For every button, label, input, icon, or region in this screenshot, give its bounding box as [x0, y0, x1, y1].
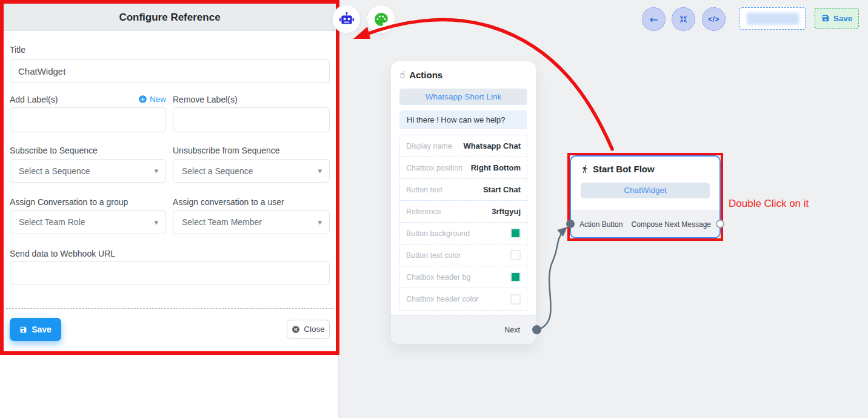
- property-value: Start Chat: [483, 185, 521, 194]
- walking-person-icon: [581, 164, 589, 174]
- redacted-text: [747, 13, 799, 25]
- unsubscribe-select-value: Select a Sequence: [182, 166, 253, 176]
- caret-down-icon: ▾: [154, 166, 158, 175]
- property-label: Reference: [406, 207, 441, 216]
- configure-reference-panel: Configure Reference Title Add Label(s) N…: [0, 0, 339, 418]
- color-swatch: [510, 228, 521, 238]
- hand-pointer-icon: ☝: [399, 69, 405, 80]
- property-label: Display name: [406, 142, 452, 150]
- whatsapp-short-link-button[interactable]: Whatsapp Short Link: [399, 89, 527, 105]
- actions-node-title: Actions: [409, 70, 442, 80]
- double-click-annotation: Double Click on it: [729, 198, 809, 210]
- floppy-save-icon: [821, 14, 830, 22]
- property-value: Whatsapp Chat: [463, 141, 521, 150]
- caret-down-icon: ▾: [318, 166, 322, 175]
- close-button-label: Close: [304, 325, 325, 334]
- footer-divider: [6, 308, 333, 309]
- caret-down-icon: ▾: [318, 218, 322, 227]
- annotation-frame-node: Start Bot Flow ChatWidget Action Button …: [567, 153, 723, 241]
- property-label: Button text: [406, 186, 442, 194]
- compress-icon: [679, 15, 688, 24]
- connector-curve: [537, 227, 567, 330]
- code-icon: </>: [708, 15, 719, 24]
- property-value: Right Bottom: [471, 163, 521, 172]
- subscribe-label: Subscribe to Sequence: [10, 146, 98, 155]
- property-row: Button background: [400, 223, 527, 244]
- property-row: Chatbox header bg: [400, 266, 527, 288]
- floppy-save-icon: [19, 326, 27, 334]
- start-bot-flow-node[interactable]: Start Bot Flow ChatWidget Action Button …: [570, 155, 721, 238]
- palette-icon: [373, 12, 389, 27]
- color-swatch: [510, 272, 521, 282]
- compose-next-message-label: Compose Next Message: [632, 220, 711, 229]
- property-row: Display name Whatsapp Chat: [400, 135, 527, 157]
- action-button-connector-dot[interactable]: [566, 220, 575, 228]
- webhook-input[interactable]: [10, 261, 330, 285]
- new-label-text: New: [150, 95, 166, 104]
- subscribe-select-value: Select a Sequence: [19, 166, 90, 176]
- actions-properties-list: Display name Whatsapp Chat Chatbox posit…: [399, 135, 527, 311]
- flow-save-label: Save: [833, 14, 853, 23]
- greeting-message: Hi there ! How can we help?: [399, 110, 527, 129]
- property-label: Chatbox position: [406, 164, 462, 172]
- remove-labels-label: Remove Label(s): [173, 95, 238, 104]
- title-input[interactable]: [10, 59, 330, 83]
- assign-group-select-value: Select Team Role: [19, 217, 85, 227]
- save-button[interactable]: Save: [10, 318, 61, 341]
- assign-group-select[interactable]: Select Team Role ▾: [10, 210, 166, 234]
- save-button-label: Save: [32, 325, 52, 334]
- add-labels-label: Add Label(s): [10, 95, 58, 104]
- property-label: Button background: [406, 229, 470, 238]
- next-label: Next: [504, 316, 520, 345]
- assign-user-select[interactable]: Select Team Member ▾: [173, 210, 330, 234]
- add-labels-input[interactable]: [10, 107, 166, 132]
- property-row: Chatbox header color: [400, 288, 527, 310]
- flow-node-header: Start Bot Flow: [581, 164, 655, 174]
- panel-title: Configure Reference: [4, 4, 336, 31]
- property-row: Button text Start Chat: [400, 179, 527, 201]
- flow-name-field[interactable]: [739, 7, 806, 30]
- close-circle-icon: [292, 325, 300, 334]
- flow-node-title: Start Bot Flow: [593, 164, 655, 174]
- property-value: 3rftgyuj: [492, 207, 521, 216]
- webhook-label: Send data to Webhook URL: [10, 249, 115, 258]
- property-row: Reference 3rftgyuj: [400, 201, 527, 223]
- close-button[interactable]: Close: [287, 320, 330, 339]
- chatwidget-reference-button[interactable]: ChatWidget: [581, 183, 710, 198]
- compress-button[interactable]: [672, 7, 695, 31]
- palette-node-button[interactable]: [367, 5, 395, 33]
- arrow-left-icon: ←: [649, 13, 658, 25]
- actions-node-footer: Next: [391, 315, 536, 344]
- unsubscribe-select[interactable]: Select a Sequence ▾: [173, 159, 330, 183]
- property-row: Button text color: [400, 244, 527, 266]
- compose-next-connector-dot[interactable]: [716, 220, 724, 228]
- plus-circle-icon: [138, 95, 147, 104]
- property-label: Chatbox header color: [406, 295, 479, 303]
- caret-down-icon: ▾: [154, 218, 158, 227]
- color-swatch: [510, 250, 521, 260]
- property-label: Chatbox header bg: [406, 273, 470, 281]
- code-button[interactable]: </>: [702, 7, 726, 31]
- assign-group-label: Assign Conversation to a group: [10, 197, 128, 207]
- flow-save-button[interactable]: Save: [815, 8, 859, 29]
- actions-node-header: ☝ Actions: [399, 69, 442, 80]
- assign-user-label: Assign conversation to a user: [173, 197, 284, 207]
- color-swatch: [510, 294, 521, 305]
- property-row: Chatbox position Right Bottom: [400, 157, 527, 179]
- action-button-label: Action Button: [579, 220, 623, 229]
- assign-user-select-value: Select Team Member: [182, 217, 262, 227]
- title-label: Title: [10, 45, 25, 55]
- next-connector-dot[interactable]: [532, 325, 541, 334]
- unsubscribe-label: Unsubscribe from Sequence: [173, 146, 280, 155]
- remove-labels-input[interactable]: [173, 107, 330, 132]
- new-label-link[interactable]: New: [138, 95, 166, 104]
- bot-node-button[interactable]: [332, 5, 361, 33]
- flow-node-footer: Action Button Compose Next Message: [571, 211, 719, 237]
- back-button[interactable]: ←: [642, 7, 666, 31]
- actions-node[interactable]: ☝ Actions Whatsapp Short Link Hi there !…: [391, 61, 536, 344]
- property-label: Button text color: [406, 251, 461, 260]
- robot-icon: [339, 12, 355, 27]
- subscribe-select[interactable]: Select a Sequence ▾: [10, 159, 166, 183]
